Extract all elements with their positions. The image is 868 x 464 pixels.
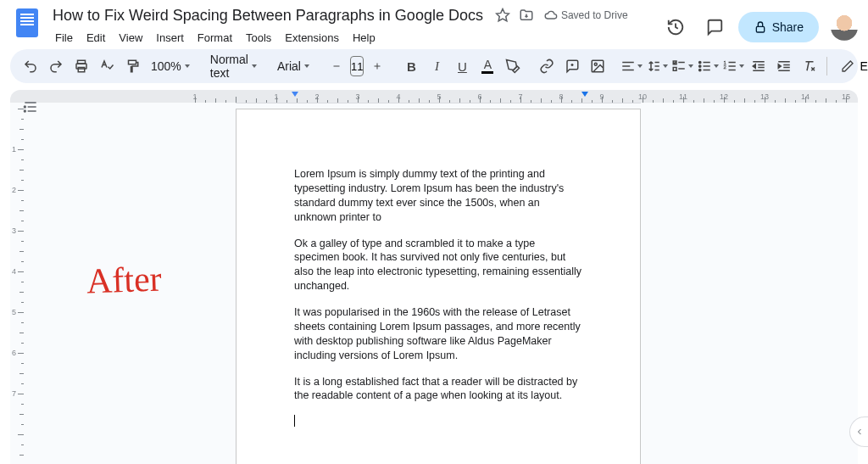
increase-indent-button[interactable] (772, 54, 796, 78)
comments-icon[interactable] (699, 12, 730, 42)
chevron-down-icon (637, 64, 643, 68)
svg-point-24 (699, 69, 701, 70)
font-value: Arial (277, 59, 301, 73)
cloud-icon (544, 8, 558, 22)
insert-comment-button[interactable] (560, 54, 584, 78)
paragraph[interactable]: Ok a galley of type and scrambled it to … (294, 237, 582, 294)
font-size-input[interactable]: 11 (350, 56, 364, 76)
bulleted-list-button[interactable] (696, 54, 720, 78)
chevron-down-icon (252, 64, 257, 68)
menu-insert[interactable]: Insert (150, 30, 190, 46)
mode-label: Editing (860, 59, 868, 73)
lock-icon (754, 20, 767, 34)
menu-view[interactable]: View (113, 30, 148, 46)
docs-logo-icon[interactable] (16, 8, 38, 37)
font-size-value: 11 (351, 60, 363, 73)
svg-rect-1 (756, 26, 764, 32)
font-dropdown[interactable]: Arial (272, 54, 314, 78)
annotation-label: After (86, 258, 162, 301)
insert-link-button[interactable] (535, 54, 559, 78)
share-button[interactable]: Share (738, 12, 819, 42)
history-icon[interactable] (660, 12, 691, 42)
svg-rect-20 (674, 68, 677, 71)
move-folder-icon[interactable] (519, 8, 534, 23)
svg-marker-0 (496, 9, 509, 21)
svg-point-22 (699, 61, 701, 63)
share-label: Share (772, 20, 804, 34)
text-cursor (294, 415, 295, 427)
italic-button[interactable]: I (425, 54, 448, 78)
style-value: Normal text (210, 53, 248, 80)
chevron-down-icon (304, 64, 309, 68)
star-icon[interactable] (495, 8, 510, 23)
menu-bar: File Edit View Insert Format Tools Exten… (49, 27, 660, 48)
align-button[interactable] (620, 54, 643, 78)
menu-help[interactable]: Help (347, 30, 381, 46)
toolbar: 100% Normal text Arial 11 B I U A 12 (10, 49, 858, 83)
show-outline-button[interactable] (22, 98, 39, 115)
zoom-value: 100% (151, 59, 181, 73)
menu-edit[interactable]: Edit (81, 30, 111, 46)
increase-font-button[interactable] (365, 54, 389, 78)
document-title[interactable]: How to Fix Weird Spacing Between Paragra… (49, 7, 487, 25)
menu-file[interactable]: File (49, 30, 79, 46)
highlight-button[interactable] (501, 54, 525, 78)
save-status-label: Saved to Drive (561, 9, 628, 21)
paragraph[interactable]: It was popularised in the 1960s with the… (294, 305, 582, 363)
save-status[interactable]: Saved to Drive (544, 8, 628, 22)
chevron-down-icon (663, 64, 668, 68)
spellcheck-button[interactable] (95, 54, 119, 78)
paragraph-style-dropdown[interactable]: Normal text (205, 54, 262, 78)
vertical-ruler[interactable]: 1234567 (10, 103, 24, 464)
menu-tools[interactable]: Tools (240, 30, 277, 46)
underline-button[interactable]: U (450, 54, 474, 78)
paragraph[interactable]: Lorem Ipsum is simply dummy text of the … (294, 167, 582, 225)
paragraph[interactable]: It is a long established fact that a rea… (294, 375, 582, 404)
menu-format[interactable]: Format (192, 30, 238, 46)
decrease-indent-button[interactable] (747, 54, 771, 78)
numbered-list-button[interactable]: 12 (721, 54, 745, 78)
right-indent-marker[interactable] (581, 92, 588, 97)
svg-point-23 (699, 65, 701, 67)
insert-image-button[interactable] (586, 54, 609, 78)
horizontal-ruler[interactable]: 1234567189101112131415 (10, 90, 858, 103)
chevron-down-icon (185, 64, 190, 68)
text-color-button[interactable]: A (476, 54, 499, 78)
menu-extensions[interactable]: Extensions (279, 30, 345, 46)
bold-button[interactable]: B (399, 54, 423, 78)
chevron-down-icon (714, 64, 719, 68)
pencil-icon (841, 59, 854, 73)
paint-format-button[interactable] (120, 54, 144, 78)
zoom-dropdown[interactable]: 100% (146, 54, 195, 78)
clear-formatting-button[interactable] (798, 54, 821, 78)
account-avatar[interactable] (831, 14, 858, 41)
chevron-down-icon (688, 64, 693, 68)
document-page[interactable]: Lorem Ipsum is simply dummy text of the … (236, 109, 641, 464)
redo-button[interactable] (44, 54, 68, 78)
print-button[interactable] (70, 54, 93, 78)
chevron-down-icon (739, 64, 744, 68)
line-spacing-button[interactable] (645, 54, 669, 78)
decrease-font-button[interactable] (325, 54, 348, 78)
svg-point-45 (25, 110, 26, 112)
left-indent-marker[interactable] (292, 92, 298, 97)
checklist-button[interactable] (670, 54, 694, 78)
editing-mode-button[interactable]: Editing (832, 54, 868, 78)
svg-point-11 (595, 63, 598, 65)
svg-point-44 (25, 106, 26, 108)
undo-button[interactable] (19, 54, 42, 78)
svg-text:2: 2 (724, 64, 727, 70)
